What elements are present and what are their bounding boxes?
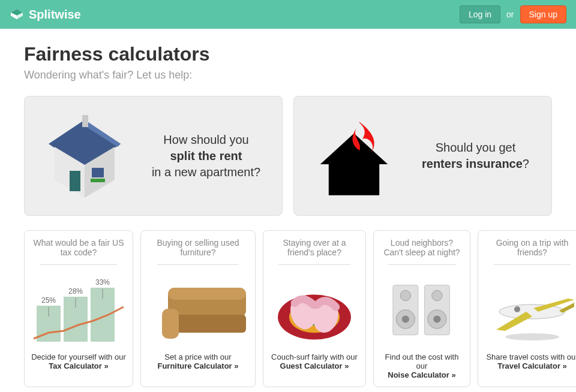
furniture-question: Buying or selling used furniture? bbox=[147, 238, 249, 260]
couch-icon bbox=[147, 270, 249, 348]
big-card-row: How should you split the rent in a new a… bbox=[24, 96, 552, 216]
furniture-arrow: » bbox=[234, 361, 238, 370]
svg-point-29 bbox=[402, 315, 409, 322]
tax-name: Tax Calculator bbox=[49, 361, 102, 370]
tax-cta: Decide for yourself with our Tax Calcula… bbox=[31, 352, 126, 370]
tax-question: What would be a fair US tax code? bbox=[31, 238, 127, 260]
svg-point-31 bbox=[432, 290, 443, 301]
rent-calculator-card[interactable]: How should you split the rent in a new a… bbox=[24, 96, 283, 216]
guest-name: Guest Calculator bbox=[280, 361, 343, 370]
travel-calculator-card[interactable]: Going on a trip with friends? Share trav… bbox=[478, 230, 576, 387]
svg-point-34 bbox=[499, 304, 565, 319]
signup-button[interactable]: Sign up bbox=[520, 5, 566, 23]
svg-rect-19 bbox=[162, 309, 179, 339]
travel-cta: Share travel costs with our Travel Calcu… bbox=[486, 352, 576, 370]
svg-rect-2 bbox=[82, 115, 88, 127]
travel-question: Going on a trip with friends? bbox=[484, 238, 576, 260]
insurance-card-text: Should you get renters insurance? bbox=[412, 140, 539, 172]
travel-name: Travel Calculator bbox=[497, 361, 560, 370]
insurance-line1: Should you get bbox=[436, 141, 515, 154]
furniture-name: Furniture Calculator bbox=[157, 361, 232, 370]
svg-rect-5 bbox=[70, 171, 80, 191]
guest-lead: Couch-surf fairly with our bbox=[271, 352, 358, 361]
rent-line1: How should you bbox=[163, 133, 248, 146]
tax-chart-icon: 25% 28% 33% bbox=[31, 270, 127, 348]
tax-arrow: » bbox=[104, 361, 109, 370]
insurance-bold: renters insurance bbox=[422, 157, 523, 170]
house-icon bbox=[37, 108, 133, 204]
furniture-lead: Set a price with our bbox=[164, 352, 231, 361]
noise-name: Noise Calculator bbox=[388, 370, 449, 379]
logo-icon bbox=[10, 7, 24, 22]
page-subtitle: Wondering what's fair? Let us help: bbox=[24, 69, 552, 82]
noise-arrow: » bbox=[451, 370, 455, 379]
guest-cta: Couch-surf fairly with our Guest Calcula… bbox=[271, 352, 358, 370]
svg-point-27 bbox=[400, 290, 411, 301]
small-card-row: What would be a fair US tax code? 25% 28… bbox=[24, 230, 552, 387]
rent-card-text: How should you split the rent in a new a… bbox=[142, 132, 270, 180]
svg-text:28%: 28% bbox=[68, 287, 83, 295]
noise-calculator-card[interactable]: Loud neighbors? Can't sleep at night? Fi… bbox=[373, 230, 470, 387]
svg-text:25%: 25% bbox=[41, 296, 56, 304]
rent-bold: split the rent bbox=[170, 149, 242, 162]
noise-question: Loud neighbors? Can't sleep at night? bbox=[380, 238, 464, 260]
brand[interactable]: Splitwise bbox=[10, 7, 81, 22]
guest-question: Staying over at a friend's place? bbox=[269, 238, 359, 260]
travel-arrow: » bbox=[563, 361, 567, 370]
svg-rect-20 bbox=[168, 288, 246, 300]
insurance-q: ? bbox=[523, 157, 529, 170]
speakers-icon bbox=[380, 270, 464, 348]
or-text: or bbox=[506, 10, 514, 19]
tax-lead: Decide for yourself with our bbox=[31, 352, 126, 361]
slippers-icon bbox=[269, 270, 359, 348]
guest-calculator-card[interactable]: Staying over at a friend's place? Couch-… bbox=[263, 230, 366, 387]
furniture-cta: Set a price with our Furniture Calculato… bbox=[157, 352, 238, 370]
svg-text:33%: 33% bbox=[95, 278, 110, 287]
main-container: Fairness calculators Wondering what's fa… bbox=[12, 29, 564, 392]
svg-point-35 bbox=[514, 306, 520, 312]
rent-line3: in a new apartment? bbox=[152, 165, 260, 179]
brand-text: Splitwise bbox=[29, 8, 81, 22]
furniture-calculator-card[interactable]: Buying or selling used furniture? Set a … bbox=[140, 230, 256, 387]
topbar: Splitwise Log in or Sign up bbox=[0, 0, 576, 29]
svg-point-36 bbox=[505, 333, 559, 340]
house-fire-icon bbox=[306, 108, 402, 204]
svg-rect-7 bbox=[91, 179, 105, 182]
tax-calculator-card[interactable]: What would be a fair US tax code? 25% 28… bbox=[24, 230, 133, 387]
guest-arrow: » bbox=[344, 361, 349, 370]
renters-insurance-card[interactable]: Should you get renters insurance? bbox=[293, 96, 552, 216]
travel-lead: Share travel costs with our bbox=[486, 352, 576, 361]
svg-rect-18 bbox=[168, 315, 246, 333]
page-title: Fairness calculators bbox=[24, 43, 552, 65]
login-button[interactable]: Log in bbox=[460, 5, 500, 23]
plane-icon bbox=[484, 270, 576, 348]
svg-point-33 bbox=[433, 315, 440, 322]
noise-cta: Find out the cost with our Noise Calcula… bbox=[380, 352, 464, 379]
noise-lead: Find out the cost with our bbox=[385, 352, 459, 370]
svg-rect-6 bbox=[92, 168, 104, 177]
